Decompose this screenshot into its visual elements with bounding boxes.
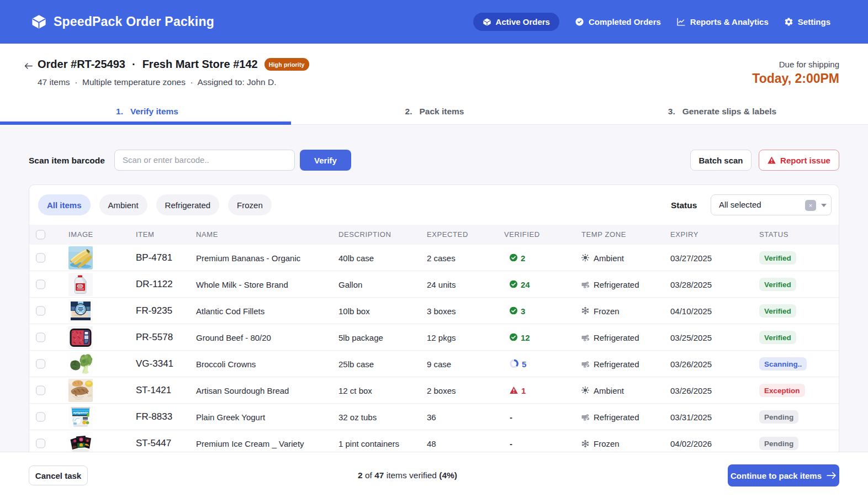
svg-text:epigamia: epigamia: [73, 410, 88, 414]
